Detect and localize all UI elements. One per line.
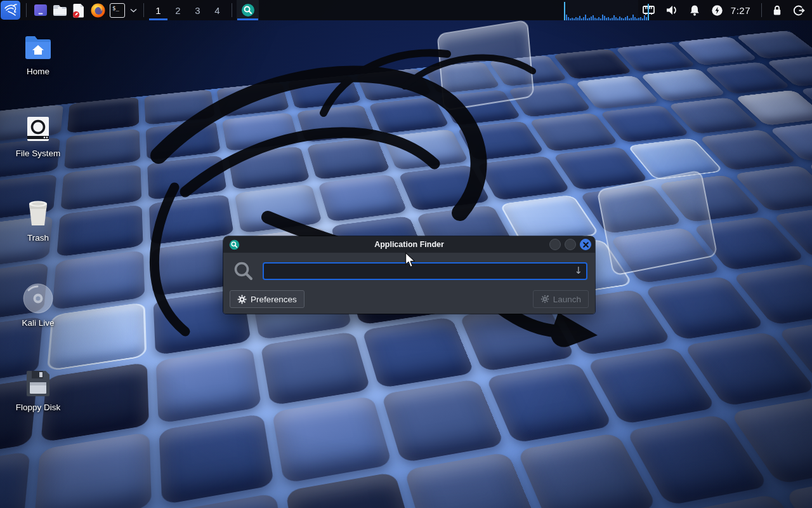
- desktop-root: Home File System: [0, 0, 812, 508]
- panel-separator: [761, 3, 762, 17]
- terminal-icon: $_: [110, 3, 125, 18]
- hard-drive-icon: [22, 112, 55, 145]
- kali-menu-button[interactable]: [1, 1, 20, 20]
- folder-icon: [52, 3, 68, 18]
- panel-separator: [232, 3, 232, 17]
- desktop-icon-floppy-disk[interactable]: Floppy Disk: [5, 366, 71, 413]
- text-editor-icon: [71, 3, 86, 18]
- workspace-number: 3: [195, 5, 200, 16]
- lock-screen-button[interactable]: [766, 0, 788, 20]
- launcher-file-manager[interactable]: [50, 0, 69, 20]
- application-finder-icon: [241, 3, 255, 17]
- workspace-number: 1: [155, 5, 160, 16]
- desktop-icon-column: Home File System: [5, 30, 71, 422]
- home-folder-icon: [22, 30, 55, 64]
- glass-cube-accent: [437, 20, 535, 112]
- desktop-icon-label: Kali Live: [22, 319, 54, 328]
- optical-disc-icon: [22, 282, 55, 315]
- trash-icon: [22, 197, 55, 230]
- dashboard-icon: [33, 3, 48, 18]
- launcher-text-editor[interactable]: [69, 0, 88, 20]
- launch-gear-icon: [540, 295, 549, 304]
- volume-tray-button[interactable]: [661, 0, 683, 20]
- network-tray-button[interactable]: [638, 0, 660, 20]
- launch-label: Launch: [553, 295, 581, 304]
- application-finder-window: Application Finder: [223, 236, 595, 314]
- launcher-expand-button[interactable]: [128, 0, 139, 20]
- lock-icon: [771, 4, 783, 17]
- gear-icon: [237, 295, 247, 304]
- search-icon-large: [230, 260, 258, 282]
- close-icon: [583, 242, 589, 248]
- launcher-terminal[interactable]: $_: [107, 0, 128, 20]
- power-manager-tray-button[interactable]: [707, 0, 728, 20]
- panel-clock[interactable]: 7:27: [728, 5, 757, 16]
- launcher-dashboard[interactable]: [31, 0, 50, 20]
- desktop-icon-label: File System: [16, 149, 61, 159]
- desktop-icon-kali-live[interactable]: Kali Live: [5, 282, 71, 328]
- cpu-graph-widget[interactable]: [563, 0, 638, 20]
- logout-button[interactable]: [788, 0, 809, 20]
- floppy-disk-icon: [22, 366, 55, 399]
- bell-icon: [689, 4, 700, 17]
- panel-separator: [26, 3, 27, 17]
- taskbar-item-application-finder[interactable]: [237, 0, 259, 20]
- notifications-tray-button[interactable]: [684, 0, 705, 20]
- chevron-down-icon: [130, 8, 137, 13]
- preferences-label: Preferences: [251, 295, 297, 304]
- maximize-button[interactable]: [565, 239, 576, 250]
- window-title: Application Finder: [223, 240, 595, 249]
- launcher-firefox[interactable]: [88, 0, 107, 20]
- preferences-button[interactable]: Preferences: [230, 290, 304, 308]
- workspace-number: 2: [175, 5, 180, 16]
- desktop-icon-label: Trash: [27, 234, 49, 243]
- desktop-icon-trash[interactable]: Trash: [5, 197, 71, 243]
- workspace-4[interactable]: 4: [207, 0, 227, 20]
- top-panel: $_ 1 2 3 4: [0, 0, 812, 20]
- firefox-icon: [90, 3, 106, 18]
- titlebar[interactable]: Application Finder: [223, 236, 595, 253]
- system-tray: [638, 0, 728, 20]
- desktop-icon-label: Home: [27, 67, 49, 77]
- desktop-icon-label: Floppy Disk: [16, 403, 61, 413]
- logout-icon: [793, 4, 805, 17]
- close-button[interactable]: [580, 239, 591, 250]
- minimize-button[interactable]: [549, 239, 561, 250]
- panel-separator: [143, 3, 144, 17]
- desktop-icon-home[interactable]: Home: [5, 30, 71, 77]
- workspace-2[interactable]: 2: [168, 0, 188, 20]
- workspace-number: 4: [214, 5, 219, 16]
- volume-icon: [665, 4, 678, 16]
- workspace-1[interactable]: 1: [148, 0, 168, 20]
- application-finder-icon: [229, 239, 240, 250]
- desktop-icon-file-system[interactable]: File System: [5, 112, 71, 159]
- launch-button[interactable]: Launch: [533, 290, 589, 308]
- ethernet-icon: [642, 4, 655, 16]
- power-battery-icon: [711, 4, 723, 17]
- search-input[interactable]: [263, 262, 587, 280]
- workspace-3[interactable]: 3: [188, 0, 207, 20]
- kali-logo-icon: [3, 3, 18, 18]
